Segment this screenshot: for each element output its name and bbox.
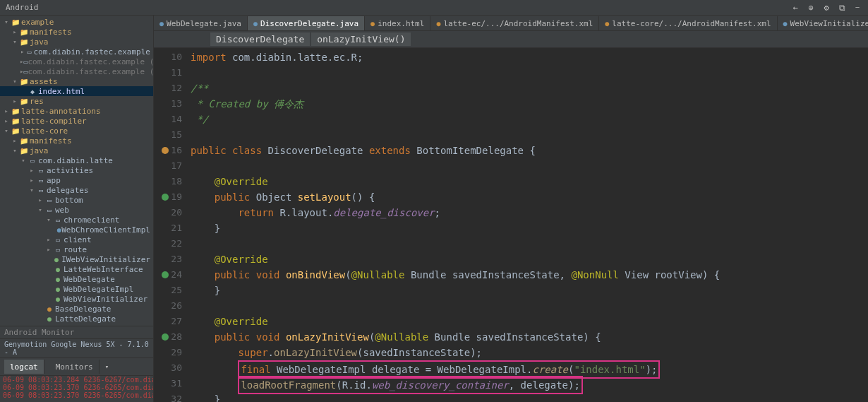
breadcrumb-class[interactable]: DiscoverDelegate <box>210 32 310 46</box>
tree-item[interactable]: ▸▭com.diabin.fastec.example <box>0 47 153 57</box>
tool-header-icons: ← ⊕ ⚙ ⧉ － <box>790 3 862 13</box>
tree-item[interactable]: ▸▭activities <box>0 165 153 175</box>
logcat-tab[interactable]: logcat <box>4 360 44 374</box>
hide-icon[interactable]: － <box>852 3 862 13</box>
android-monitor-label[interactable]: Android Monitor <box>0 326 153 338</box>
log-line: 06-09 08:03:23.370 6236-6265/com.dia <box>3 391 150 399</box>
tree-item[interactable]: ▾▭web <box>0 205 153 215</box>
android-monitor: Genymotion Google Nexus 5X - 7.1.0 - A l… <box>0 338 153 402</box>
project-tool-header: Android ← ⊕ ⚙ ⧉ － <box>0 0 868 16</box>
editor-tabs: ●WebDelegate.java●DiscoverDelegate.java●… <box>154 16 868 31</box>
logcat-output[interactable]: 06-09 08:03:23.284 6236-6267/com.dia06-0… <box>0 376 153 399</box>
tree-item[interactable]: ▸▭route <box>0 244 153 254</box>
device-selector[interactable]: Genymotion Google Nexus 5X - 7.1.0 - A <box>4 341 149 356</box>
tree-item[interactable]: ●LatteDelegate <box>0 314 153 324</box>
editor-tab[interactable]: ●DiscoverDelegate.java <box>248 16 365 30</box>
tree-item[interactable]: ▸📁manifests <box>0 27 153 37</box>
log-line: 06-09 08:03:23.370 6236-6265/com.dia <box>3 384 150 391</box>
collapse-icon[interactable]: ⧉ <box>837 3 847 13</box>
tree-item[interactable]: ●IWebViewInitializer <box>0 254 153 264</box>
project-label: Android <box>6 3 38 12</box>
project-sidebar: ▾📁example▸📁manifests▾📁java▸▭com.diabin.f… <box>0 16 154 402</box>
breadcrumb-method[interactable]: onLazyInitView() <box>311 32 411 46</box>
breadcrumb: DiscoverDelegate onLazyInitView() <box>154 31 868 48</box>
tree-item[interactable]: ▸📁res <box>0 96 153 106</box>
tree-item[interactable]: ▾📁java <box>0 37 153 47</box>
editor-tab[interactable]: ●latte-core/.../AndroidManifest.xml <box>599 16 777 30</box>
tree-item[interactable]: ●WebDelegateImpl <box>0 284 153 294</box>
tree-item[interactable]: ▾📁example <box>0 17 153 27</box>
tree-item[interactable]: ▾📁latte-core <box>0 126 153 136</box>
tree-item[interactable]: ▸▭client <box>0 235 153 244</box>
file-icon: ● <box>783 20 788 28</box>
file-icon: ● <box>605 20 609 28</box>
project-tree[interactable]: ▾📁example▸📁manifests▾📁java▸▭com.diabin.f… <box>0 16 153 326</box>
tree-item[interactable]: ▾▭delegates <box>0 185 153 195</box>
gutter-mark-icon <box>162 271 169 278</box>
tree-item[interactable]: ▾📁java <box>0 146 153 155</box>
monitors-tab[interactable]: Monitors <box>50 360 100 374</box>
tree-item[interactable]: ▸▭bottom <box>0 195 153 205</box>
code-body[interactable]: import com.diabin.latte.ec.R;/** * Creat… <box>186 48 868 402</box>
tree-item[interactable]: ▾▭com.diabin.latte <box>0 155 153 165</box>
file-icon: ● <box>253 20 258 28</box>
tree-item[interactable]: ▸▭com.diabin.fastec.example (androidTest… <box>0 57 153 66</box>
monitor-dropdown-icon[interactable]: ▾ <box>105 363 109 370</box>
editor-tab[interactable]: ●index.html <box>365 16 430 30</box>
tree-item[interactable]: ▾📁assets <box>0 76 153 86</box>
file-icon: ● <box>370 20 375 28</box>
editor-area: ●WebDelegate.java●DiscoverDelegate.java●… <box>154 16 868 402</box>
gutter-mark-icon <box>162 194 169 201</box>
tree-item[interactable]: ▸▭app <box>0 175 153 185</box>
tree-item[interactable]: ▾▭chromeclient <box>0 215 153 225</box>
tree-item[interactable]: ▸📁manifests <box>0 136 153 146</box>
tree-item[interactable]: ◆index.html <box>0 86 153 96</box>
tree-item[interactable]: ●LatteWebInterface <box>0 264 153 274</box>
gutter: 1011121314151617181920212223242526272829… <box>154 48 186 402</box>
gutter-mark-icon <box>162 147 169 154</box>
file-icon: ● <box>436 20 440 28</box>
tree-item[interactable]: ●BaseDelegate <box>0 304 153 314</box>
gutter-mark-icon <box>162 333 169 341</box>
log-line: 06-09 08:03:23.284 6236-6267/com.dia <box>3 376 150 384</box>
tree-item[interactable]: ●WebDelegate <box>0 274 153 284</box>
back-icon[interactable]: ← <box>790 3 800 13</box>
editor-tab[interactable]: ●WebDelegate.java <box>154 16 248 30</box>
editor-tab[interactable]: ●WebViewInitializer.java <box>778 16 868 30</box>
gear-icon[interactable]: ⚙ <box>821 3 831 13</box>
code-editor[interactable]: 1011121314151617181920212223242526272829… <box>154 48 868 402</box>
editor-tab[interactable]: ●latte-ec/.../AndroidManifest.xml <box>430 16 599 30</box>
tree-item[interactable]: ▸📁latte-annotations <box>0 106 153 116</box>
tree-item[interactable]: ▸📁latte-compiler <box>0 116 153 126</box>
tree-item[interactable]: ●WebViewInitializer <box>0 294 153 304</box>
target-icon[interactable]: ⊕ <box>806 3 816 13</box>
file-icon: ● <box>159 20 164 28</box>
tree-item[interactable]: ▸▭com.diabin.fastec.example (test) <box>0 66 153 76</box>
tree-item[interactable]: ●WebChromeClientImpl <box>0 225 153 235</box>
